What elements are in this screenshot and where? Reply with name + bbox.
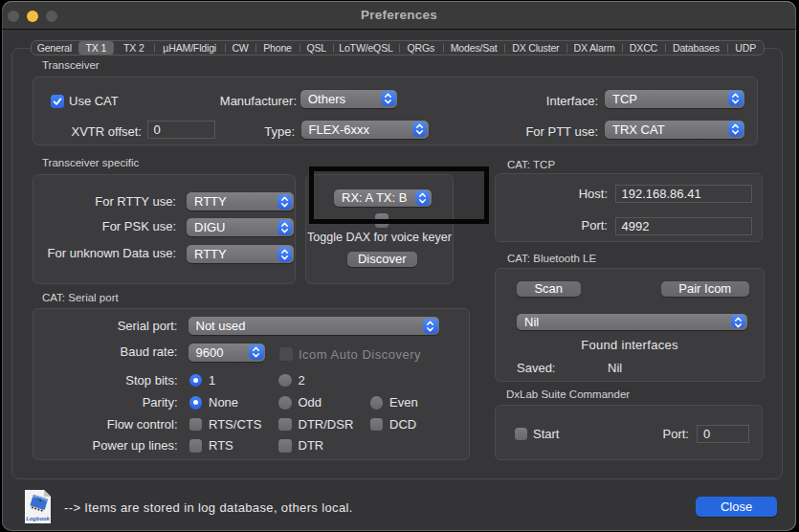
svg-text:Logbook: Logbook: [26, 516, 50, 521]
